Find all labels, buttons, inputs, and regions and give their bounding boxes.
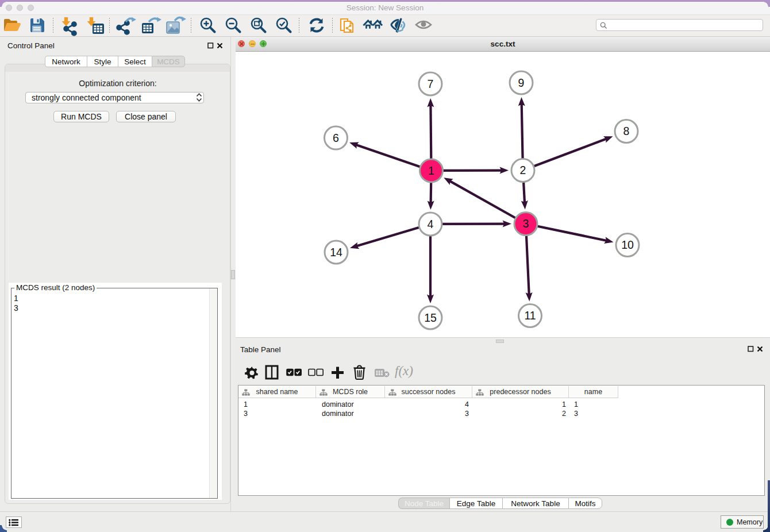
svg-text:14: 14 <box>330 246 342 259</box>
svg-text:11: 11 <box>524 309 536 322</box>
svg-text:7: 7 <box>428 78 434 90</box>
svg-text:4: 4 <box>428 218 434 230</box>
svg-text:10: 10 <box>621 238 634 251</box>
svg-text:8: 8 <box>623 125 630 137</box>
svg-text:2: 2 <box>520 164 526 176</box>
svg-text:6: 6 <box>333 132 339 144</box>
svg-text:15: 15 <box>424 311 437 324</box>
svg-text:9: 9 <box>518 76 525 89</box>
svg-text:1: 1 <box>428 164 434 177</box>
svg-text:3: 3 <box>523 217 529 230</box>
